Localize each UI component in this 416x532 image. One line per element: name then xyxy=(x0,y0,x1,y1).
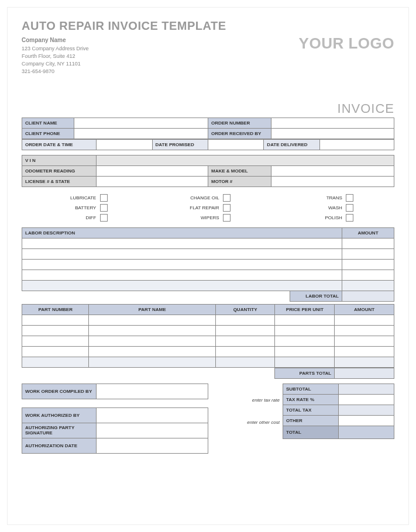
input-odometer[interactable] xyxy=(97,165,208,176)
value-tax-rate[interactable] xyxy=(338,394,394,405)
checkbox-change-oil[interactable] xyxy=(223,194,231,202)
page-background: AUTO REPAIR INVOICE TEMPLATE Company Nam… xyxy=(0,0,416,532)
labor-row[interactable] xyxy=(342,259,394,270)
client-order-table: CLIENT NAME ORDER NUMBER CLIENT PHONE OR… xyxy=(22,118,394,139)
labor-row[interactable] xyxy=(342,280,394,291)
label-diff: DIFF xyxy=(86,215,97,220)
input-make-model[interactable] xyxy=(271,165,394,176)
input-vin[interactable] xyxy=(97,155,394,165)
input-work-order-compiled-by[interactable] xyxy=(97,384,208,399)
hint-enter-other-cost: enter other cost xyxy=(208,417,283,428)
label-wash: WASH xyxy=(328,205,342,210)
input-date-delivered[interactable] xyxy=(319,139,394,150)
checkbox-flat-repair[interactable] xyxy=(223,204,231,212)
input-date-promised[interactable] xyxy=(208,139,263,150)
labor-row[interactable] xyxy=(22,270,342,280)
parts-row[interactable] xyxy=(22,325,89,336)
parts-row[interactable] xyxy=(22,336,89,346)
value-labor-total[interactable] xyxy=(342,291,394,301)
sheet: AUTO REPAIR INVOICE TEMPLATE Company Nam… xyxy=(7,7,409,525)
label-client-name: CLIENT NAME xyxy=(22,118,74,128)
labor-row[interactable] xyxy=(342,248,394,259)
label-work-authorized-by: WORK AUTHORIZED BY xyxy=(22,407,97,423)
footer-table: WORK ORDER COMPILED BY WORK AUTHORIZED B… xyxy=(22,384,394,454)
document-title: AUTO REPAIR INVOICE TEMPLATE xyxy=(22,19,394,33)
checkbox-battery[interactable] xyxy=(100,204,108,212)
label-order-number: ORDER NUMBER xyxy=(208,118,271,128)
input-order-date[interactable] xyxy=(97,139,152,150)
header-part-name: PART NAME xyxy=(89,304,215,315)
label-total: TOTAL xyxy=(283,426,338,438)
label-battery: BATTERY xyxy=(75,205,96,210)
labor-total-row: LABOR TOTAL xyxy=(22,291,394,302)
company-phone: 321-654-9870 xyxy=(22,68,394,75)
header-part-number: PART NUMBER xyxy=(22,304,89,315)
label-order-received-by: ORDER RECEIVED BY xyxy=(208,128,271,139)
checkbox-diff[interactable] xyxy=(100,214,108,222)
label-order-date-time: ORDER DATE & TIME xyxy=(22,139,97,150)
label-authorizing-signature: AUTHORIZING PARTY SIGNATURE xyxy=(22,423,97,438)
service-checkboxes: LUBRICATE CHANGE OIL TRANS BATTERY FLAT … xyxy=(22,193,394,223)
value-other[interactable] xyxy=(338,415,394,426)
label-change-oil: CHANGE OIL xyxy=(190,195,219,201)
parts-row[interactable] xyxy=(22,346,89,357)
label-wipers: WIPERS xyxy=(201,215,219,220)
labor-row[interactable] xyxy=(342,270,394,280)
date-table: ORDER DATE & TIME DATE PROMISED DATE DEL… xyxy=(22,139,394,150)
input-order-received-by[interactable] xyxy=(271,128,394,139)
label-vin: V I N xyxy=(22,155,97,165)
labor-row[interactable] xyxy=(22,259,342,270)
parts-total-row: PARTS TOTAL xyxy=(22,368,394,379)
value-total-tax[interactable] xyxy=(338,405,394,415)
parts-row[interactable] xyxy=(22,357,89,367)
value-parts-total[interactable] xyxy=(335,368,394,378)
input-authorizing-signature[interactable] xyxy=(97,423,208,438)
label-date-delivered: DATE DELIVERED xyxy=(264,139,319,150)
input-license[interactable] xyxy=(97,176,208,186)
header-parts-amount: AMOUNT xyxy=(335,304,394,315)
input-order-number[interactable] xyxy=(271,118,394,128)
label-license: LICENSE # & STATE xyxy=(22,176,97,186)
checkbox-wash[interactable] xyxy=(346,204,353,212)
label-tax-rate: TAX RATE % xyxy=(283,394,338,405)
checkbox-trans[interactable] xyxy=(346,194,353,202)
header-quantity: QUANTITY xyxy=(215,304,275,315)
header-labor-amount: AMOUNT xyxy=(342,227,394,238)
label-client-phone: CLIENT PHONE xyxy=(22,128,74,139)
label-labor-total: LABOR TOTAL xyxy=(290,291,342,301)
label-lubricate: LUBRICATE xyxy=(70,195,96,201)
checkbox-lubricate[interactable] xyxy=(100,194,108,202)
label-motor: MOTOR # xyxy=(208,176,271,186)
invoice-heading: INVOICE xyxy=(22,101,394,116)
input-motor[interactable] xyxy=(271,176,394,186)
label-authorization-date: AUTHORIZATION DATE xyxy=(22,438,97,453)
input-work-authorized-by[interactable] xyxy=(97,407,208,423)
label-make-model: MAKE & MODEL xyxy=(208,165,271,176)
parts-row[interactable] xyxy=(22,315,89,325)
header-ppu: PRICE PER UNIT xyxy=(275,304,335,315)
labor-row[interactable] xyxy=(342,238,394,248)
value-total[interactable] xyxy=(338,426,394,438)
logo-placeholder: YOUR LOGO xyxy=(299,34,394,53)
label-parts-total: PARTS TOTAL xyxy=(275,368,335,378)
label-polish: POLISH xyxy=(325,215,342,220)
checkbox-wipers[interactable] xyxy=(223,214,231,222)
label-work-order-compiled-by: WORK ORDER COMPILED BY xyxy=(22,384,97,399)
company-address-2: Fourth Floor, Suite 412 xyxy=(22,53,394,60)
labor-row[interactable] xyxy=(22,248,342,259)
input-client-phone[interactable] xyxy=(74,128,208,139)
label-trans: TRANS xyxy=(326,195,342,201)
company-address-3: Company City, NY 11101 xyxy=(22,60,394,68)
value-subtotal[interactable] xyxy=(338,384,394,394)
label-total-tax: TOTAL TAX xyxy=(283,405,338,415)
label-flat-repair: FLAT REPAIR xyxy=(190,205,219,210)
checkbox-polish[interactable] xyxy=(346,214,353,222)
label-date-promised: DATE PROMISED xyxy=(152,139,208,150)
header-labor-desc: LABOR DESCRIPTION xyxy=(22,227,342,238)
labor-row[interactable] xyxy=(22,238,342,248)
input-client-name[interactable] xyxy=(74,118,208,128)
labor-row[interactable] xyxy=(22,280,342,291)
parts-table: PART NUMBER PART NAME QUANTITY PRICE PER… xyxy=(22,304,394,368)
input-authorization-date[interactable] xyxy=(97,438,208,453)
vehicle-table: V I N ODOMETER READING MAKE & MODEL LICE… xyxy=(22,155,394,187)
